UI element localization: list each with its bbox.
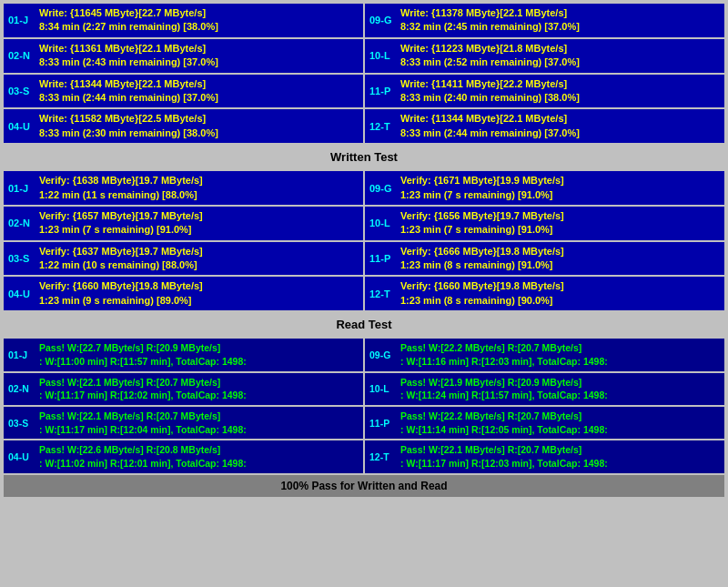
cell-content: Verify: {1660 MByte}[19.8 MByte/s]1:23 m… [39,279,203,308]
grid-cell: 09-GPass! W:[22.2 MByte/s] R:[20.7 MByte… [365,339,724,370]
verify-grid: 01-JVerify: {1638 MByte}[19.7 MByte/s]1:… [4,171,724,310]
cell-content: Pass! W:[22.2 MByte/s] R:[20.7 MByte/s]:… [400,341,608,368]
verify-section: 01-JVerify: {1638 MByte}[19.7 MByte/s]1:… [4,171,724,335]
grid-cell: 11-PWrite: {11411 MByte}[22.2 MByte/s]8:… [365,75,724,108]
cell-label: 09-G [369,341,395,368]
cell-label: 04-U [8,279,34,308]
grid-cell: 10-LWrite: {11223 MByte}[21.8 MByte/s]8:… [365,39,724,73]
cell-label: 12-T [369,112,395,140]
cell-label: 04-U [8,112,34,140]
write-grid: 01-JWrite: {11645 MByte}[22.7 MByte/s]8:… [4,4,724,143]
cell-content: Verify: {1657 MByte}[19.7 MByte/s]1:23 m… [39,209,203,238]
cell-content: Verify: {1638 MByte}[19.7 MByte/s]1:22 m… [39,174,203,202]
grid-cell: 09-GWrite: {11378 MByte}[22.1 MByte/s]8:… [365,4,724,37]
grid-cell: 04-UPass! W:[22.6 MByte/s] R:[20.8 MByte… [4,440,363,472]
cell-label: 03-S [8,245,34,273]
cell-label: 11-P [369,77,395,106]
grid-cell: 11-PPass! W:[22.2 MByte/s] R:[20.7 MByte… [365,407,724,439]
cell-content: Pass! W:[22.7 MByte/s] R:[20.9 MByte/s]:… [39,341,247,368]
cell-label: 10-L [369,376,395,402]
grid-cell: 02-NVerify: {1657 MByte}[19.7 MByte/s]1:… [4,207,363,240]
grid-cell: 12-TWrite: {11344 MByte}[22.1 MByte/s]8:… [365,109,724,143]
read-test-header: Read Test [4,314,724,335]
grid-cell: 12-TPass! W:[22.1 MByte/s] R:[20.7 MByte… [365,440,724,472]
cell-label: 03-S [8,410,34,436]
cell-label: 09-G [369,6,395,35]
cell-label: 02-N [8,42,34,70]
cell-label: 10-L [369,209,395,238]
footer-bar: 100% Pass for Written and Read [4,475,724,497]
written-test-header: Written Test [4,147,724,167]
grid-cell: 01-JVerify: {1638 MByte}[19.7 MByte/s]1:… [4,171,363,205]
cell-content: Pass! W:[21.9 MByte/s] R:[20.9 MByte/s]:… [400,376,608,402]
grid-cell: 01-JPass! W:[22.7 MByte/s] R:[20.9 MByte… [4,339,363,370]
cell-content: Write: {11645 MByte}[22.7 MByte/s]8:34 m… [39,6,218,35]
cell-content: Write: {11344 MByte}[22.1 MByte/s]8:33 m… [400,112,580,140]
grid-cell: 03-SVerify: {1637 MByte}[19.7 MByte/s]1:… [4,242,363,276]
cell-content: Pass! W:[22.6 MByte/s] R:[20.8 MByte/s]:… [39,443,247,470]
grid-cell: 04-UWrite: {11582 MByte}[22.5 MByte/s]8:… [4,109,363,143]
grid-cell: 02-NPass! W:[22.1 MByte/s] R:[20.7 MByte… [4,373,363,405]
cell-label: 02-N [8,209,34,238]
cell-content: Pass! W:[22.1 MByte/s] R:[20.7 MByte/s]:… [400,443,608,470]
cell-content: Write: {11582 MByte}[22.5 MByte/s]8:33 m… [39,112,218,140]
cell-content: Write: {11411 MByte}[22.2 MByte/s]8:33 m… [400,77,580,106]
cell-content: Verify: {1637 MByte}[19.7 MByte/s]1:22 m… [39,245,203,273]
cell-label: 09-G [369,174,395,202]
cell-label: 03-S [8,77,34,106]
pass-section: 01-JPass! W:[22.7 MByte/s] R:[20.9 MByte… [4,339,724,497]
grid-cell: 10-LVerify: {1656 MByte}[19.7 MByte/s]1:… [365,207,724,240]
grid-cell: 03-SPass! W:[22.1 MByte/s] R:[20.7 MByte… [4,407,363,439]
cell-content: Write: {11223 MByte}[21.8 MByte/s]8:33 m… [400,42,580,70]
grid-cell: 10-LPass! W:[21.9 MByte/s] R:[20.9 MByte… [365,373,724,405]
grid-cell: 01-JWrite: {11645 MByte}[22.7 MByte/s]8:… [4,4,363,37]
cell-content: Write: {11344 MByte}[22.1 MByte/s]8:33 m… [39,77,218,106]
grid-cell: 02-NWrite: {11361 MByte}[22.1 MByte/s]8:… [4,39,363,73]
cell-label: 01-J [8,341,34,368]
grid-cell: 09-GVerify: {1671 MByte}[19.9 MByte/s]1:… [365,171,724,205]
cell-label: 01-J [8,174,34,202]
grid-cell: 11-PVerify: {1666 MByte}[19.8 MByte/s]1:… [365,242,724,276]
grid-cell: 03-SWrite: {11344 MByte}[22.1 MByte/s]8:… [4,75,363,108]
cell-content: Pass! W:[22.2 MByte/s] R:[20.7 MByte/s]:… [400,410,608,436]
cell-content: Verify: {1656 MByte}[19.7 MByte/s]1:23 m… [400,209,564,238]
cell-label: 02-N [8,376,34,402]
cell-content: Pass! W:[22.1 MByte/s] R:[20.7 MByte/s]:… [39,410,247,436]
cell-content: Verify: {1666 MByte}[19.8 MByte/s]1:23 m… [400,245,564,273]
cell-content: Pass! W:[22.1 MByte/s] R:[20.7 MByte/s]:… [39,376,247,402]
grid-cell: 04-UVerify: {1660 MByte}[19.8 MByte/s]1:… [4,277,363,310]
cell-content: Verify: {1660 MByte}[19.8 MByte/s]1:23 m… [400,279,564,308]
pass-grid: 01-JPass! W:[22.7 MByte/s] R:[20.9 MByte… [4,339,724,473]
cell-label: 12-T [369,443,395,470]
cell-label: 04-U [8,443,34,470]
cell-label: 11-P [369,245,395,273]
cell-label: 11-P [369,410,395,436]
cell-content: Write: {11378 MByte}[22.1 MByte/s]8:32 m… [400,6,580,35]
main-container: 01-JWrite: {11645 MByte}[22.7 MByte/s]8:… [0,0,728,502]
cell-label: 12-T [369,279,395,308]
write-section: 01-JWrite: {11645 MByte}[22.7 MByte/s]8:… [4,4,724,167]
cell-label: 01-J [8,6,34,35]
cell-content: Write: {11361 MByte}[22.1 MByte/s]8:33 m… [39,42,218,70]
grid-cell: 12-TVerify: {1660 MByte}[19.8 MByte/s]1:… [365,277,724,310]
cell-content: Verify: {1671 MByte}[19.9 MByte/s]1:23 m… [400,174,564,202]
cell-label: 10-L [369,42,395,70]
